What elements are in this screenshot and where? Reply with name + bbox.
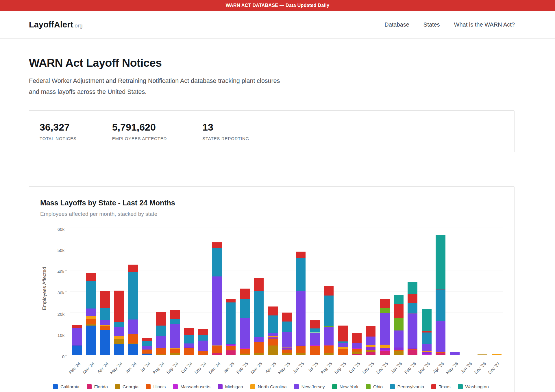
legend-item[interactable]: Texas <box>431 384 451 389</box>
bar-segment[interactable] <box>198 335 208 341</box>
bar-segment[interactable] <box>268 345 278 355</box>
bar-segment[interactable] <box>170 319 180 324</box>
bar-segment[interactable] <box>310 320 320 328</box>
bar-segment[interactable] <box>100 325 110 326</box>
bar-segment[interactable] <box>212 248 222 276</box>
bar-segment[interactable] <box>128 344 138 355</box>
bar-segment[interactable] <box>422 309 432 331</box>
bar-segment[interactable] <box>380 313 390 345</box>
bar-segment[interactable] <box>352 348 362 349</box>
bar-segment[interactable] <box>352 354 362 355</box>
bar-segment[interactable] <box>86 324 96 326</box>
bar-segment[interactable] <box>408 348 417 349</box>
bar-segment[interactable] <box>310 328 320 332</box>
bar-segment[interactable] <box>366 337 375 345</box>
bar-segment[interactable] <box>282 348 292 348</box>
legend-item[interactable]: Georgia <box>115 384 138 389</box>
bar-segment[interactable] <box>394 318 404 330</box>
bar-segment[interactable] <box>86 273 96 281</box>
bar-segment[interactable] <box>142 354 152 355</box>
bar-segment[interactable] <box>296 252 306 258</box>
bar-segment[interactable] <box>128 265 138 272</box>
bar-segment[interactable] <box>114 322 124 327</box>
bar-segment[interactable] <box>366 347 375 350</box>
site-logo[interactable]: LayoffAlert.org <box>29 20 83 29</box>
bar-segment[interactable] <box>366 350 375 352</box>
bar-segment[interactable] <box>226 346 236 350</box>
bar-segment[interactable] <box>394 304 404 318</box>
bar-segment[interactable] <box>170 310 180 319</box>
bar-segment[interactable] <box>254 353 264 355</box>
bar-segment[interactable] <box>198 329 208 335</box>
bar-segment[interactable] <box>380 345 390 348</box>
bar-segment[interactable] <box>170 324 180 348</box>
bar-segment[interactable] <box>212 345 222 347</box>
bar-segment[interactable] <box>142 346 152 350</box>
bar-segment[interactable] <box>198 351 208 355</box>
bar-segment[interactable] <box>170 348 180 349</box>
bar-segment[interactable] <box>324 327 334 345</box>
bar-segment[interactable] <box>436 321 445 352</box>
legend-item[interactable]: Massachusetts <box>173 384 210 389</box>
legend-item[interactable]: Illinois <box>146 384 166 389</box>
bar-segment[interactable] <box>240 349 250 353</box>
bar-segment[interactable] <box>254 278 264 291</box>
bar-segment[interactable] <box>156 312 166 325</box>
bar-segment[interactable] <box>240 318 250 348</box>
legend-item[interactable]: New Jersey <box>294 384 325 389</box>
bar-segment[interactable] <box>212 276 222 345</box>
bar-segment[interactable] <box>422 351 432 352</box>
bar-segment[interactable] <box>100 320 110 325</box>
bar-segment[interactable] <box>86 326 96 355</box>
bar-segment[interactable] <box>296 291 306 345</box>
bar-segment[interactable] <box>352 343 362 348</box>
bar-segment[interactable] <box>240 354 250 355</box>
bar-segment[interactable] <box>380 351 390 355</box>
bar-segment[interactable] <box>184 343 194 347</box>
legend-item[interactable]: Ohio <box>366 384 383 389</box>
bar-segment[interactable] <box>408 282 417 294</box>
bar-segment[interactable] <box>268 306 278 315</box>
bar-segment[interactable] <box>86 281 96 309</box>
bar-segment[interactable] <box>72 325 82 328</box>
bar-segment[interactable] <box>324 326 334 327</box>
bar-segment[interactable] <box>296 345 306 347</box>
bar-segment[interactable] <box>128 334 138 343</box>
bar-segment[interactable] <box>72 345 82 355</box>
bar-segment[interactable] <box>352 333 362 343</box>
bar-segment[interactable] <box>296 353 306 355</box>
bar-segment[interactable] <box>422 332 432 343</box>
bar-segment[interactable] <box>282 350 292 353</box>
bar-segment[interactable] <box>394 330 404 348</box>
bar-segment[interactable] <box>72 345 82 345</box>
bar-segment[interactable] <box>282 348 292 350</box>
bar-segment[interactable] <box>422 344 432 351</box>
bar-segment[interactable] <box>422 331 432 332</box>
bar-segment[interactable] <box>100 326 110 330</box>
bar-segment[interactable] <box>408 303 417 313</box>
bar-segment[interactable] <box>142 338 152 341</box>
nav-link-what-is-warn-act[interactable]: What is the WARN Act? <box>454 21 515 28</box>
bar-segment[interactable] <box>394 295 404 304</box>
bar-segment[interactable] <box>114 291 124 322</box>
bar-segment[interactable] <box>114 339 124 344</box>
bar-segment[interactable] <box>394 348 404 350</box>
bar-segment[interactable] <box>282 332 292 348</box>
legend-item[interactable]: California <box>53 384 79 389</box>
bar-segment[interactable] <box>310 345 320 346</box>
bar-segment[interactable] <box>436 289 445 289</box>
bar-segment[interactable] <box>240 299 250 318</box>
bar-segment[interactable] <box>86 309 96 316</box>
bar-segment[interactable] <box>408 313 417 348</box>
bar-segment[interactable] <box>436 289 445 321</box>
bar-segment[interactable] <box>436 353 445 355</box>
bar-segment[interactable] <box>408 350 417 355</box>
bar-segment[interactable] <box>72 328 82 345</box>
bar-segment[interactable] <box>240 289 250 299</box>
bar-segment[interactable] <box>226 299 236 302</box>
bar-segment[interactable] <box>254 342 264 353</box>
bar-segment[interactable] <box>226 344 236 345</box>
bar-segment[interactable] <box>142 350 152 354</box>
bar-segment[interactable] <box>408 349 417 350</box>
bar-segment[interactable] <box>492 354 502 355</box>
